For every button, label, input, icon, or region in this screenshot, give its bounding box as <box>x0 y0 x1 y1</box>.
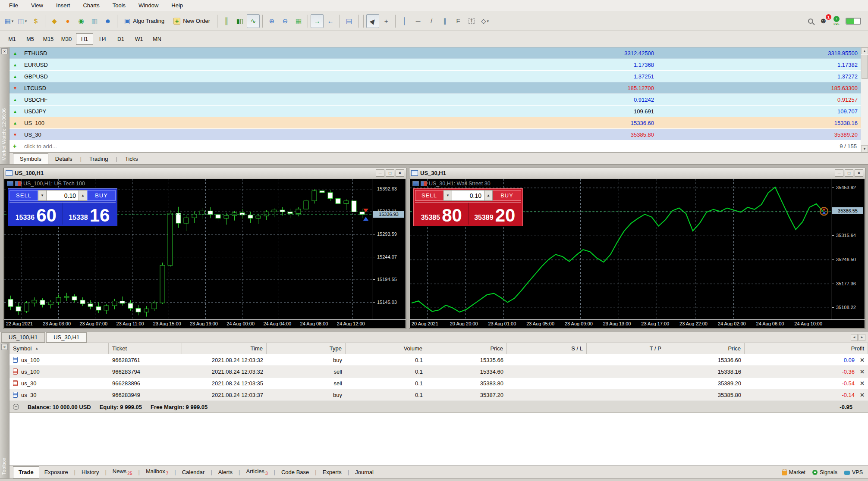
oneclick-panel-icon[interactable] <box>7 181 13 186</box>
timeframe-mn[interactable]: MN <box>148 33 166 45</box>
auto-scroll-icon[interactable]: → <box>311 14 324 28</box>
service-signals[interactable]: Signals <box>812 469 837 475</box>
column-header-tp[interactable]: T / P <box>587 343 665 354</box>
search-icon[interactable] <box>808 19 813 24</box>
line-chart-icon[interactable]: ∿ <box>247 14 260 28</box>
service-vps[interactable]: VPS <box>844 469 863 475</box>
menu-view[interactable]: View <box>25 0 50 10</box>
close-button[interactable]: × <box>855 169 863 177</box>
market-watch-row-gbpusd[interactable]: ▲GBPUSD1.372511.37272 <box>9 71 868 82</box>
market-watch-row-us_30[interactable]: ▼US_3035385.8035389.20 <box>9 129 868 141</box>
market-watch-row-usdchf[interactable]: ▲USDCHF0.912420.91257 <box>9 94 868 106</box>
sell-button[interactable]: SELL <box>415 190 443 201</box>
bar-chart-icon[interactable]: ║ <box>220 14 233 28</box>
algo-trading-button[interactable]: ▣Algo Trading <box>120 14 169 28</box>
volume-increase-button[interactable]: ▲ <box>484 190 493 201</box>
sell-price-box[interactable]: 15336 60 <box>9 203 63 225</box>
scroll-down-icon[interactable]: ▼ <box>861 145 868 152</box>
chart-window-us30[interactable]: US_30,H1 ─ □ × US_30,H1: Wall Street 30 <box>409 168 865 329</box>
us100-chart-plot[interactable]: US_100,H1: US Tech 100 SELL ▼ 0.10 ▲ BUY <box>4 179 372 319</box>
tab-ticks[interactable]: Ticks <box>119 154 145 164</box>
scroll-up-icon[interactable]: ▲ <box>861 47 868 54</box>
objects-icon[interactable]: ◇▾ <box>478 14 491 28</box>
toolbox-tab-history[interactable]: History <box>76 467 104 478</box>
toolbox-tab-trade[interactable]: Trade <box>13 466 39 478</box>
market-watch-row-usdjpy[interactable]: ▲USDJPY109.691109.707 <box>9 106 868 117</box>
timeframe-h4[interactable]: H4 <box>94 33 111 45</box>
horizontal-line-icon[interactable]: ─ <box>412 14 425 28</box>
menu-file[interactable]: File <box>3 0 25 10</box>
history-center-icon[interactable]: ◆ <box>48 14 61 28</box>
column-header-type[interactable]: Type <box>267 343 346 354</box>
column-header-ticket[interactable]: Ticket <box>109 343 182 354</box>
menu-tools[interactable]: Tools <box>106 0 132 10</box>
column-header-time[interactable]: Time <box>182 343 267 354</box>
close-position-icon[interactable]: ✕ <box>860 392 865 398</box>
menu-window[interactable]: Window <box>132 0 165 10</box>
depth-of-market-icon[interactable] <box>421 181 427 186</box>
accounts-icon[interactable]: $ <box>29 14 42 28</box>
chart-profiles-icon[interactable]: ◫▾ <box>16 14 29 28</box>
buy-price-box[interactable]: 15338 16 <box>63 203 116 225</box>
market-watch-row-us_100[interactable]: ▲US_10015336.6015338.16 <box>9 117 868 129</box>
menu-charts[interactable]: Charts <box>76 0 106 10</box>
volume-increase-button[interactable]: ▲ <box>79 190 87 201</box>
close-position-icon[interactable]: ✕ <box>860 369 865 375</box>
chart-shift-icon[interactable]: ← <box>324 14 337 28</box>
position-row-966283896[interactable]: us_309662838962021.08.24 12:03:35sell0.1… <box>9 378 868 389</box>
column-header-price[interactable]: Price <box>426 343 507 354</box>
market-watch-row-eurusd[interactable]: ▲EURUSD1.173681.17382 <box>9 59 868 71</box>
maximize-button[interactable]: □ <box>386 169 394 177</box>
buy-price-box[interactable]: 35389 20 <box>468 203 522 225</box>
add-symbol-row[interactable]: + click to add... 9 / 155 <box>9 141 868 152</box>
depth-of-market-icon[interactable] <box>15 181 22 186</box>
text-icon[interactable]: T <box>465 14 478 28</box>
minimize-button[interactable]: ─ <box>376 169 384 177</box>
tab-details[interactable]: Details <box>49 154 79 164</box>
equidistant-channel-icon[interactable]: ∥ <box>438 14 451 28</box>
column-header-volume[interactable]: Volume <box>346 343 426 354</box>
toolbox-tab-exposure[interactable]: Exposure <box>39 467 73 478</box>
sell-price-box[interactable]: 35385 80 <box>415 203 468 225</box>
maximize-button[interactable]: □ <box>845 169 853 177</box>
market-watch-close-button[interactable]: × <box>1 48 8 54</box>
timeframe-d1[interactable]: D1 <box>112 33 129 45</box>
new-order-button[interactable]: +New Order <box>169 14 214 28</box>
toolbox-tab-articles[interactable]: Articles3 <box>241 466 273 478</box>
timeframe-m15[interactable]: M15 <box>40 33 57 45</box>
oneclick-panel-icon[interactable] <box>412 181 419 186</box>
chart-window-titlebar[interactable]: US_30,H1 ─ □ × <box>409 168 865 178</box>
timeframe-m30[interactable]: M30 <box>58 33 75 45</box>
minimize-button[interactable]: ─ <box>835 169 843 177</box>
toolbox-tab-experts[interactable]: Experts <box>318 467 347 478</box>
timeframe-w1[interactable]: W1 <box>130 33 148 45</box>
market-watch-scrollbar[interactable]: ▲ ▼ <box>861 47 868 152</box>
timeframe-m5[interactable]: M5 <box>22 33 39 45</box>
position-row-966283949[interactable]: us_309662839492021.08.24 12:03:37buy0.13… <box>9 389 868 401</box>
column-header-profit[interactable]: Profit <box>745 343 868 354</box>
position-row-966283761[interactable]: us_1009662837612021.08.24 12:03:32buy0.1… <box>9 354 868 366</box>
vps-icon[interactable]: ▥ <box>88 14 101 28</box>
column-header-sl[interactable]: S / L <box>507 343 587 354</box>
volume-input[interactable]: 0.10 <box>452 190 484 201</box>
close-button[interactable]: × <box>396 169 404 177</box>
service-market[interactable]: Market <box>782 469 805 475</box>
signals-icon[interactable]: ◉ <box>75 14 88 28</box>
vertical-line-icon[interactable]: │ <box>398 14 411 28</box>
close-position-icon[interactable]: ✕ <box>860 357 865 363</box>
community-icon[interactable]: ☻ <box>101 14 114 28</box>
buy-button[interactable]: BUY <box>493 190 521 201</box>
trendline-icon[interactable]: / <box>425 14 438 28</box>
market-watch-row-ltcusd[interactable]: ▼LTCUSD185.12700185.63300 <box>9 82 868 94</box>
sell-button[interactable]: SELL <box>9 190 38 201</box>
scroll-thumb[interactable] <box>862 55 868 79</box>
volume-input[interactable]: 0.10 <box>47 190 79 201</box>
market-watch-row-ethusd[interactable]: ▲ETHUSD3312.425003318.95500 <box>9 47 868 59</box>
notifications-button[interactable]: ☻ 1 <box>819 16 827 25</box>
zoom-out-icon[interactable]: ⊖ <box>279 14 292 28</box>
menu-insert[interactable]: Insert <box>50 0 77 10</box>
toolbox-tab-news[interactable]: News25 <box>107 466 138 478</box>
menu-help[interactable]: Help <box>165 0 189 10</box>
fibonacci-icon[interactable]: F <box>452 14 465 28</box>
chart-window-us100[interactable]: US_100,H1 ─ □ × US_100,H1: US Tech 100 <box>3 168 406 329</box>
